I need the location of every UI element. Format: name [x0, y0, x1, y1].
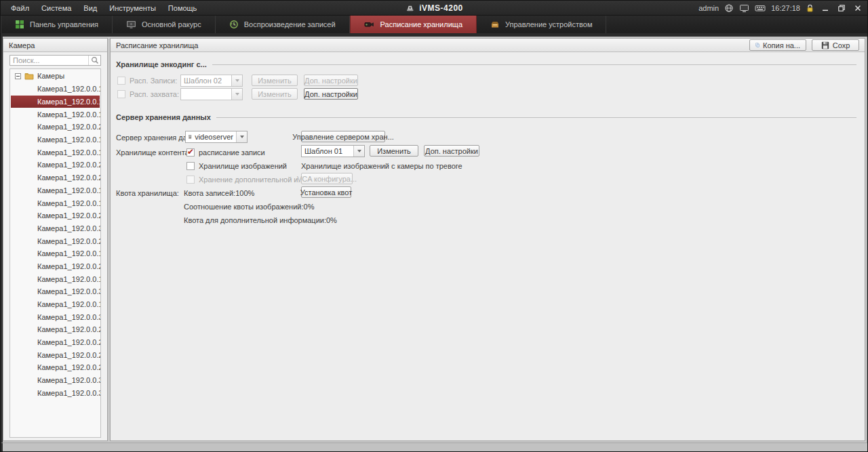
- save-icon: [821, 41, 829, 49]
- camera-name: Камера1_192.0.0.14: [37, 136, 101, 144]
- capture-advanced-button[interactable]: Доп. настройки: [304, 88, 358, 100]
- camera-tree-item[interactable]: Камера1_192.0.0.35: [10, 387, 100, 400]
- user-name: admin: [698, 4, 719, 12]
- collapse-icon[interactable]: [15, 73, 21, 79]
- copy-to-button[interactable]: Копия на...: [749, 39, 806, 51]
- camera-tree-item[interactable]: Камера1_192.0.0.30: [10, 310, 100, 323]
- additional-quota-text: Квота для дополнительной информации:0%: [184, 216, 337, 224]
- camera-name: Камера1_192.0.0.13: [37, 249, 101, 258]
- camera-name: Камера1_192.0.0.26: [37, 262, 101, 270]
- tab-label: Основной ракурс: [142, 20, 201, 28]
- camera-tree-item[interactable]: Камера1_192.0.0.29: [10, 348, 100, 361]
- camera-tree-item[interactable]: Камера1_192.0.0.28: [10, 336, 100, 349]
- save-button[interactable]: Сохр: [812, 39, 859, 51]
- camera-tree-item[interactable]: Камера1_192.0.0.11: [10, 272, 100, 285]
- storage-edit-label: Изменить: [377, 147, 411, 155]
- camera-name: Камера1_192.0.0.20: [37, 123, 101, 131]
- camera-tree-item[interactable]: Камера1_192.0.0.24: [10, 171, 100, 184]
- capture-edit-button[interactable]: Изменить: [252, 88, 298, 100]
- keyboard-icon[interactable]: [755, 3, 766, 13]
- menu-item[interactable]: Вид: [77, 1, 103, 16]
- lock-icon[interactable]: [806, 3, 814, 13]
- close-button[interactable]: [852, 3, 863, 14]
- additional-storage-checkbox[interactable]: [186, 176, 195, 184]
- minimize-button[interactable]: [820, 3, 831, 14]
- camera-tree-item[interactable]: Камера1_192.0.0.13: [10, 247, 100, 260]
- capture-schedule-checkbox[interactable]: [117, 90, 125, 98]
- camera-tree-item[interactable]: Камера1_192.0.0.17: [10, 298, 100, 311]
- record-schedule-checkbox[interactable]: [117, 77, 125, 85]
- main-header: Расписание хранилища Копия на... Сохр: [111, 39, 865, 52]
- app-logo-icon: [405, 3, 415, 14]
- menu-item[interactable]: Файл: [5, 1, 35, 16]
- menu-item[interactable]: Помощь: [162, 1, 203, 16]
- copy-icon: [755, 41, 760, 49]
- tab-control-panel[interactable]: Панель управления: [1, 16, 113, 33]
- camera-tree-item[interactable]: Камера1_192.0.0.12: [11, 96, 100, 108]
- camera-name: Камера1_192.0.0.22: [37, 325, 101, 333]
- chevron-down-icon: [353, 146, 364, 157]
- camera-tree-item[interactable]: Камера1_192.0.0.21: [10, 159, 100, 171]
- additional-storage-label: Хранение дополнительной и...: [199, 176, 304, 184]
- camera-name: Камера1_192.0.0.16: [37, 85, 101, 93]
- camera-tree-item[interactable]: Камера1_192.0.0.22: [10, 323, 100, 336]
- camera-tree-item[interactable]: Камера1_192.0.0.14: [10, 133, 100, 146]
- record-schedule-option-checkbox[interactable]: [186, 148, 195, 157]
- vca-config-button[interactable]: VCA конфигура...: [301, 173, 353, 184]
- camera-tree-item[interactable]: Камера1_192.0.0.19: [10, 146, 100, 159]
- record-edit-button[interactable]: Изменить: [252, 75, 298, 86]
- dashboard-icon: [15, 20, 24, 29]
- camera-name: Камера1_192.0.0.31: [37, 376, 101, 384]
- language-globe-icon[interactable]: [724, 3, 734, 13]
- camera-tree-root[interactable]: Камеры: [10, 69, 100, 83]
- capture-template-select[interactable]: [180, 88, 243, 100]
- camera-name: Камера1_192.0.0.32: [37, 287, 101, 295]
- camera-tree-item[interactable]: Камера1_192.0.0.26: [10, 260, 100, 273]
- storage-advanced-button[interactable]: Доп. настройки: [424, 145, 479, 157]
- capture-advanced-label: Доп. настройки: [304, 90, 357, 98]
- storage-edit-button[interactable]: Изменить: [370, 145, 418, 157]
- record-template-select[interactable]: Шаблон 02: [180, 75, 243, 87]
- camera-name: Камера1_192.0.0.18: [37, 110, 101, 119]
- status-bar: [1, 443, 867, 451]
- camera-tree-item[interactable]: Камера1_192.0.0.16: [10, 83, 100, 96]
- camera-tree-item[interactable]: Камера1_192.0.0.18: [10, 108, 100, 121]
- search-input[interactable]: [10, 56, 88, 64]
- set-quota-button[interactable]: Установка квот: [301, 186, 351, 198]
- picture-storage-checkbox[interactable]: [186, 162, 195, 170]
- manage-server-button[interactable]: Управление сервером хран...: [301, 131, 385, 142]
- record-schedule-label: Расп. Записи:: [130, 77, 177, 85]
- tab-device-management[interactable]: Управление устройством: [477, 16, 606, 33]
- device-management-icon: [490, 20, 500, 29]
- camera-tree-item[interactable]: Камера1_192.0.0.33: [10, 222, 100, 235]
- record-quota-text: Квота записей:100%: [184, 189, 254, 197]
- server-select[interactable]: videoserver: [185, 131, 248, 143]
- camera-tree-item[interactable]: Камера1_192.0.0.32: [10, 285, 100, 298]
- divider: [212, 64, 856, 65]
- ivms-window: ФайлСистемаВидИнструментыПомощь iVMS-420…: [0, 0, 868, 452]
- record-template-value: Шаблон 02: [181, 77, 231, 85]
- camera-tree-item[interactable]: Камера1_192.0.0.23: [10, 209, 100, 222]
- tab-remote-playback[interactable]: Воспроизведение записей: [216, 16, 350, 33]
- capture-schedule-label: Расп. захвата:: [130, 90, 179, 98]
- tab-storage-schedule[interactable]: Расписание хранилища: [350, 16, 477, 33]
- camera-tree-item[interactable]: Камера1_192.0.0.20: [10, 121, 100, 133]
- camera-tree-item[interactable]: Камера1_192.0.0.31: [10, 374, 100, 387]
- restore-button[interactable]: [836, 3, 847, 14]
- storage-template-select[interactable]: Шаблон 01: [301, 145, 365, 157]
- record-edit-label: Изменить: [258, 77, 292, 85]
- search-icon[interactable]: [88, 56, 100, 65]
- app-title: iVMS-4200: [419, 3, 463, 13]
- record-schedule-row-left: Расп. Записи:: [117, 77, 177, 85]
- camera-tree-item[interactable]: Камера1_192.0.0.10: [10, 197, 100, 209]
- camera-tree-item[interactable]: Камера1_192.0.0.25: [10, 234, 100, 247]
- menu-item[interactable]: Инструменты: [103, 1, 162, 16]
- camera-name: Камера1_192.0.0.27: [37, 363, 101, 371]
- camera-tree-item[interactable]: Камера1_192.0.0.27: [10, 361, 100, 374]
- menu-item[interactable]: Система: [35, 1, 77, 16]
- screen-icon[interactable]: [739, 3, 749, 13]
- record-advanced-label: Доп. настройки: [304, 77, 357, 85]
- tab-main-view[interactable]: Основной ракурс: [113, 16, 216, 33]
- record-advanced-button[interactable]: Доп. настройки: [304, 75, 358, 86]
- camera-tree-item[interactable]: Камера1_192.0.0.15: [10, 184, 100, 197]
